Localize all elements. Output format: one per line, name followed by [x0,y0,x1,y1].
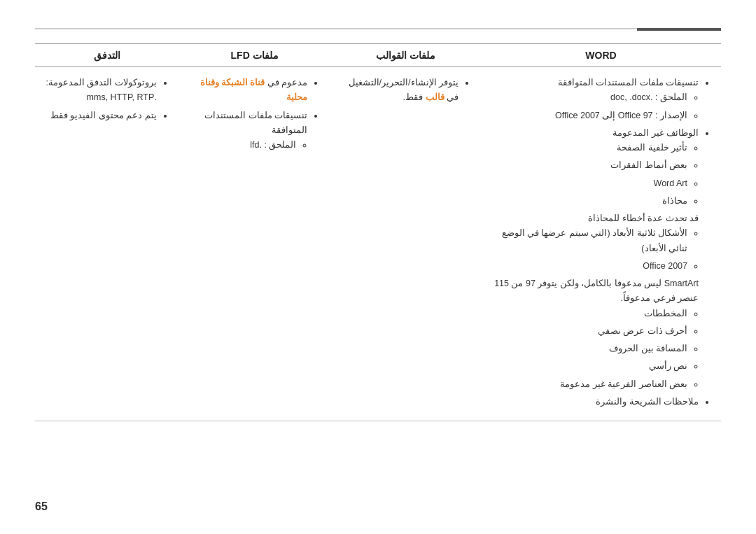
word-cell: تنسيقات ملفات المستندات المتوافقة الملحق… [481,67,721,421]
word-s3-item4: بعض العناصر الفرعية غير مدعومة [491,377,687,392]
word-s3-title: المخططات [491,307,687,321]
word-section2-sublist: تأثير خلفية الصفحة بعض أنماط الفقرات Wor… [491,141,699,209]
table-wrapper: WORD ملفات القوالب ملفات LFD التدفق تنسي… [35,43,721,421]
table-row: تنسيقات ملفات المستندات المتوافقة الملحق… [35,67,721,421]
template-highlight: قالب [426,92,444,102]
word-s3-item1: أحرف ذات عرض نصفي [491,324,687,339]
word-s3-item2: المسافة بين الحروف [491,342,687,356]
lfd-sublist: الملحق : .lfd [189,138,308,153]
word-s3-item3: نص رأسي [491,359,687,374]
word-smartart-note: SmartArt ليس مدعوفا بالكامل، ولكن يتوفر … [494,279,699,303]
word-s2-item2: بعض أنماط الفقرات [491,158,687,173]
main-table: WORD ملفات القوالب ملفات LFD التدفق تنسي… [35,43,721,421]
page-container: WORD ملفات القوالب ملفات LFD التدفق تنسي… [0,0,756,449]
word-s1-item1: الملحق : .doc, .docx [491,90,687,105]
streaming-list-item2: يتم دعم محتوى الفيديو فقط [45,108,157,123]
word-s2-item6: Office 2007 [491,259,687,274]
streaming-list: بروتوكولات التدفق المدعومة: .mms, HTTP, … [45,76,169,123]
word-section1-title: تنسيقات ملفات المستندات المتوافقة [558,78,699,87]
template-list-item: يتوفر الإنشاء/التحرير/التشغيل في قالب فق… [340,76,458,106]
lfd-list-item2: تنسيقات ملفات المستندات المتوافقة الملحق… [189,108,308,153]
lfd-list: مدعوم في قناة الشبكة وقناة محلية تنسيقات… [189,76,321,153]
word-section2-title: الوظائف غير المدعومة [612,128,699,138]
word-s2-note: قد تحدث عدة أخطاء للمحاذاة [588,213,699,223]
word-list-item2: الوظائف غير المدعومة تأثير خلفية الصفحة … [491,126,699,392]
word-list-item3: ملاحظات الشريحة والنشرة [491,395,699,409]
header-template: ملفات القوالب [330,44,481,67]
lfd-sub-item1: الملحق : .lfd [189,138,297,153]
streaming-cell: بروتوكولات التدفق المدعومة: .mms, HTTP, … [35,67,179,421]
word-s2-item1: تأثير خلفية الصفحة [491,141,687,155]
word-section1-sublist: الملحق : .doc, .docx الإصدار : Office 97… [491,90,699,123]
word-section2-sublist2: الأشكال ثلاثية الأبعاد (التي سيتم عرضها … [491,226,699,274]
word-s2-item3: Word Art [491,176,687,191]
word-s2-item5: الأشكال ثلاثية الأبعاد (التي سيتم عرضها … [491,226,687,256]
template-cell: يتوفر الإنشاء/التحرير/التشغيل في قالب فق… [330,67,481,421]
top-border [35,28,721,29]
template-list: يتوفر الإنشاء/التحرير/التشغيل في قالب فق… [340,76,471,106]
word-list-item: تنسيقات ملفات المستندات المتوافقة الملحق… [491,76,699,123]
header-streaming: التدفق [35,44,179,67]
word-list: تنسيقات ملفات المستندات المتوافقة الملحق… [491,76,711,409]
lfd-list-item1: مدعوم في قناة الشبكة وقناة محلية [189,76,308,106]
word-s2-item4: محاذاة [491,194,687,209]
header-lfd: ملفات LFD [179,44,330,67]
word-s1-item2: الإصدار : Office 97 إلى Office 2007 [491,108,687,123]
lfd-highlight: قناة الشبكة وقناة محلية [200,78,308,102]
header-word: WORD [481,44,721,67]
word-section3-sublist: المخططات أحرف ذات عرض نصفي المسافة بين ا… [491,307,699,392]
lfd-cell: مدعوم في قناة الشبكة وقناة محلية تنسيقات… [179,67,330,421]
page-number: 65 [35,500,48,513]
streaming-list-item1: بروتوكولات التدفق المدعومة: .mms, HTTP, … [45,76,157,106]
